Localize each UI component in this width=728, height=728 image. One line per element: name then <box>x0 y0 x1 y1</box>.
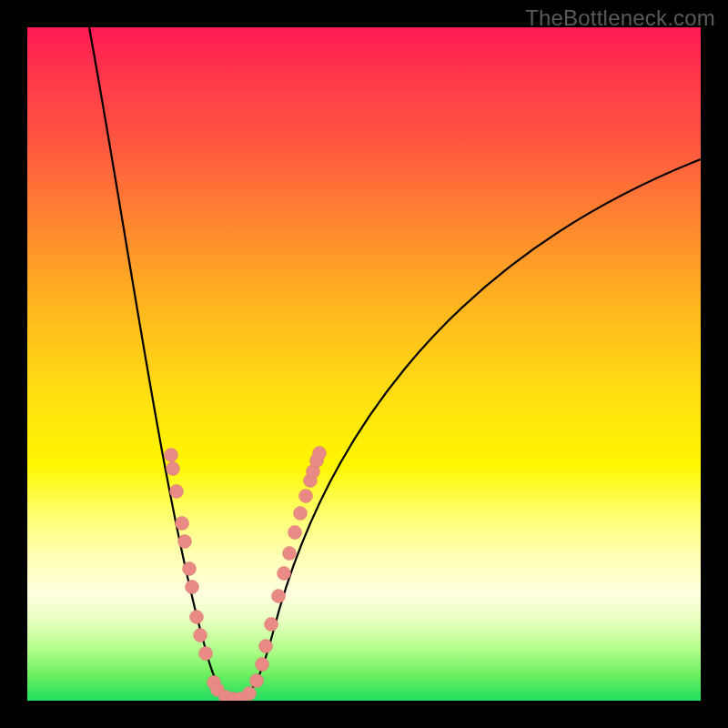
curve-marker <box>190 611 204 624</box>
curve-marker <box>178 535 192 549</box>
curve-marker <box>265 618 278 632</box>
plot-area <box>27 27 701 701</box>
curve-marker <box>256 658 269 672</box>
curve-marker <box>243 687 257 701</box>
bottleneck-curve-svg <box>27 27 701 701</box>
curve-marker <box>313 447 327 460</box>
curve-marker <box>183 562 197 576</box>
curve-marker <box>165 449 178 462</box>
curve-marker <box>294 507 308 521</box>
curve-marker <box>167 462 180 476</box>
curve-marker <box>259 640 273 653</box>
curve-marker <box>199 647 213 661</box>
curve-marker <box>299 490 313 503</box>
curve-markers <box>165 447 327 702</box>
chart-frame: TheBottleneck.com <box>0 0 728 728</box>
bottleneck-curve <box>89 27 701 699</box>
curve-marker <box>288 526 302 540</box>
curve-marker <box>186 581 199 594</box>
curve-marker <box>283 547 297 561</box>
curve-marker <box>170 485 184 499</box>
curve-marker <box>272 590 286 603</box>
curve-marker <box>194 629 207 642</box>
curve-marker <box>278 567 291 581</box>
curve-marker <box>250 674 264 688</box>
curve-marker <box>176 517 189 531</box>
